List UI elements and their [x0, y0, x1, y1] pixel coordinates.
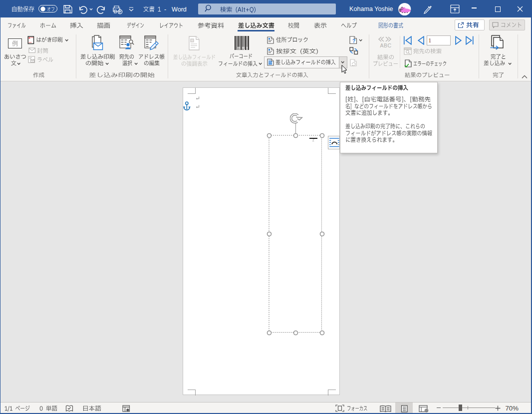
- svg-text:?: ?: [352, 38, 355, 44]
